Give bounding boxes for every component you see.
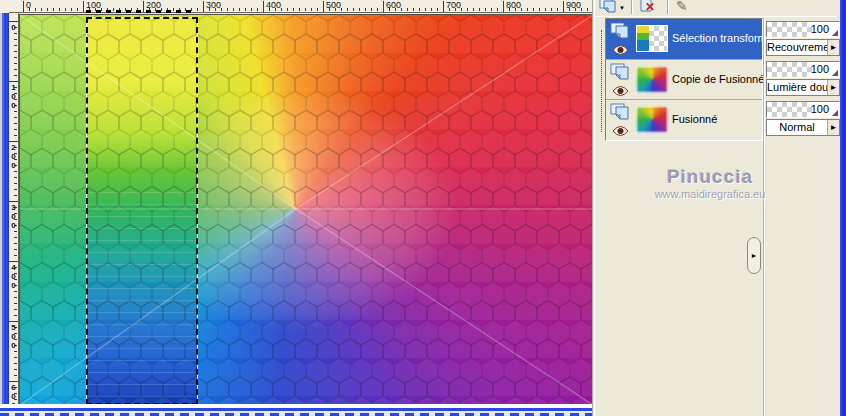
ruler-tick (14, 309, 17, 310)
layer-opacity-slider[interactable]: 100 (766, 21, 840, 38)
ruler-tick (14, 231, 17, 232)
layer-type-pages-icon (610, 103, 632, 120)
new-layer-button[interactable]: ▼ (599, 0, 625, 16)
watermark-site-url: www.maidiregrafica.eu (620, 188, 800, 200)
ruler-tick (14, 369, 17, 370)
ruler-tick (9, 321, 18, 322)
dropdown-arrow-icon[interactable]: ► (827, 120, 839, 135)
layer-blend-mode-dropdown[interactable]: Lumière douce ► (766, 79, 840, 96)
blend-controls-column: 100 Recouvrement ► 100 Lumière douce ► (766, 18, 840, 141)
ruler-tick (9, 21, 18, 22)
opacity-slider-grip[interactable] (832, 30, 838, 36)
ruler-tick (323, 1, 324, 12)
layer-blend-mode-dropdown[interactable]: Recouvrement ► (766, 39, 840, 56)
thumbnail-rainbow (637, 107, 667, 132)
ruler-tick (14, 303, 17, 304)
svg-text:✕: ✕ (645, 0, 655, 13)
layer-link-indicator (601, 30, 602, 132)
edit-selection-button[interactable]: ✎ (675, 0, 701, 16)
ruler-tick (425, 8, 426, 11)
layer-visibility-eye-icon[interactable] (612, 42, 629, 54)
selection-marquee[interactable] (86, 17, 198, 405)
ruler-tick (563, 1, 564, 12)
ruler-tick (587, 8, 588, 11)
layer-visibility-eye-icon[interactable] (612, 83, 629, 95)
ruler-label: 200 (10, 143, 17, 170)
ruler-tick (557, 8, 558, 11)
layer-row-fusionne[interactable]: Fusionné (606, 99, 762, 139)
ruler-tick (407, 8, 408, 11)
ruler-label: 600 (386, 0, 401, 10)
ruler-tick (245, 8, 246, 11)
ruler-tick (14, 135, 17, 136)
ruler-tick (14, 129, 17, 130)
ruler-tick (14, 363, 17, 364)
ruler-selection-indicator (86, 10, 196, 13)
thumbnail-rainbow (637, 67, 667, 92)
ruler-tick (14, 195, 17, 196)
palette-divider (763, 18, 765, 416)
layers-palette: ▼ ✕ ✎ (592, 0, 840, 416)
ruler-tick (35, 8, 36, 11)
ruler-tick (341, 8, 342, 11)
ruler-tick (14, 237, 17, 238)
ruler-tick (317, 8, 318, 11)
ruler-tick (14, 69, 17, 70)
ruler-tick (281, 8, 282, 11)
ruler-label: 0 (10, 23, 17, 32)
new-layer-dropdown-arrow-icon[interactable]: ▼ (619, 5, 625, 11)
blend-mode-value: Recouvrement (767, 41, 827, 53)
ruler-tick (419, 8, 420, 11)
layer-visibility-eye-icon[interactable] (612, 123, 629, 135)
ruler-label: 500 (326, 0, 341, 10)
ruler-tick (14, 177, 17, 178)
ruler-tick (461, 8, 462, 11)
ruler-tick (383, 1, 384, 12)
ruler-tick (9, 201, 18, 202)
ruler-tick (233, 8, 234, 11)
layer-row-copie-de-fusionne[interactable]: Copie de Fusionné (606, 59, 762, 99)
window-left-border (0, 0, 9, 416)
layer-opacity-slider[interactable]: 100 (766, 61, 840, 78)
new-layer-icon (599, 0, 618, 13)
ruler-tick (14, 171, 17, 172)
window-right-border (840, 0, 846, 416)
opacity-slider-grip[interactable] (832, 110, 838, 116)
ruler-tick (467, 8, 468, 11)
layer-blend-mode-dropdown[interactable]: Normal ► (766, 119, 840, 136)
ruler-tick (551, 8, 552, 11)
layer-name: Copie de Fusionné (672, 73, 764, 85)
toolbar-separator (631, 0, 633, 14)
opacity-slider-grip[interactable] (832, 70, 838, 76)
layer-row-selection-transforme[interactable]: Sélection transformé (606, 19, 762, 59)
ruler-label: 700 (446, 0, 461, 10)
ruler-tick (14, 189, 17, 190)
vertical-ruler[interactable]: 0100200300400500600 (9, 13, 19, 404)
canvas-bottom-edge (0, 404, 594, 416)
ruler-tick (311, 8, 312, 11)
ruler-tick (59, 8, 60, 11)
ruler-label: 900 (566, 0, 581, 10)
image-canvas[interactable] (19, 14, 592, 404)
thumbnail-color-strip (637, 26, 649, 51)
ruler-tick (14, 315, 17, 316)
ruler-tick (53, 8, 54, 11)
ruler-tick (413, 8, 414, 11)
ruler-label: 300 (206, 0, 221, 10)
ruler-tick (71, 8, 72, 11)
ruler-tick (479, 8, 480, 11)
ruler-tick (371, 8, 372, 11)
ruler-tick (23, 1, 24, 12)
dropdown-arrow-icon[interactable]: ► (827, 40, 839, 55)
blend-mode-value: Lumière douce (767, 81, 827, 93)
layers-palette-toolbar: ▼ ✕ ✎ (597, 0, 837, 16)
dropdown-arrow-icon[interactable]: ► (827, 80, 839, 95)
layer-opacity-slider[interactable]: 100 (766, 101, 840, 118)
delete-layer-button[interactable]: ✕ (639, 0, 665, 16)
panel-collapse-handle[interactable]: ► (747, 237, 761, 274)
opacity-checker-track (767, 62, 812, 77)
ruler-tick (14, 63, 17, 64)
ruler-label: 400 (266, 0, 281, 10)
ruler-tick (14, 111, 17, 112)
blend-group-3: 100 Normal ► (766, 98, 840, 138)
